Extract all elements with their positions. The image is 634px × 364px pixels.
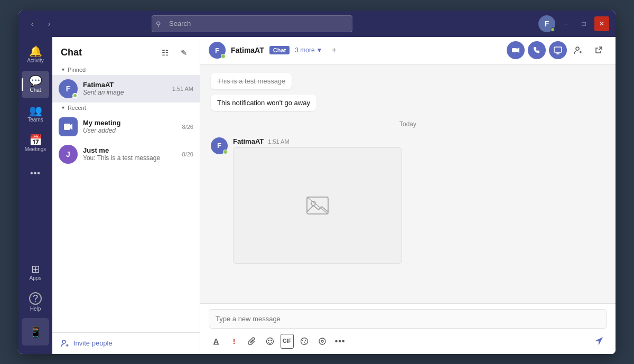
forward-button[interactable]: ›	[42, 16, 57, 31]
just-me-preview: You: This is a test message	[83, 154, 177, 162]
main-area: 🔔 Activity 💬 Chat 👥 Teams 📅 Meetings •••	[18, 37, 616, 354]
message-input[interactable]	[209, 309, 607, 329]
video-call-button[interactable]	[507, 41, 525, 59]
user-avatar-button[interactable]: F	[538, 15, 555, 32]
chat-item-fatimaat[interactable]: F FatimaAT Sent an image 1:51 AM	[52, 75, 200, 102]
send-button[interactable]	[590, 333, 607, 350]
active-indicator	[22, 78, 23, 91]
search-icon: ⚲	[156, 20, 161, 27]
loop-button[interactable]	[315, 334, 330, 349]
sidebar-item-apps[interactable]: ⊞ Apps	[22, 259, 49, 286]
more-tabs-label: 3 more	[295, 46, 314, 54]
meetings-icon: 📅	[29, 135, 42, 145]
share-screen-button[interactable]	[549, 41, 567, 59]
sidebar-item-more[interactable]: •••	[22, 160, 49, 187]
fatimaat-time: 1:51 AM	[172, 86, 193, 92]
sidebar-phone-item[interactable]: 📱	[22, 318, 49, 346]
sidebar-item-meetings[interactable]: 📅 Meetings	[22, 130, 49, 157]
chat-header-actions	[507, 41, 607, 59]
send-icon	[593, 336, 604, 347]
more-icon: •••	[30, 169, 41, 178]
sticker-button[interactable]	[297, 334, 312, 349]
sidebar-icons: 🔔 Activity 💬 Chat 👥 Teams 📅 Meetings •••	[18, 37, 52, 354]
attach-button[interactable]	[245, 334, 259, 349]
sidebar-item-help[interactable]: ? Help	[22, 288, 49, 316]
teams-icon: 👥	[29, 105, 42, 116]
fatimaat-avatar: F	[59, 79, 78, 98]
svg-line-13	[599, 47, 602, 50]
more-options-button[interactable]: •••	[333, 334, 348, 349]
nav-buttons: ‹ ›	[25, 16, 57, 31]
svg-point-2	[62, 340, 66, 343]
chat-item-just-me[interactable]: J Just me You: This is a test message 8/…	[52, 141, 200, 168]
filter-button[interactable]: ☷	[157, 45, 172, 60]
message-3-body: FatimaAT 1:51 AM	[233, 137, 605, 264]
avatar-initial: F	[545, 20, 549, 28]
avatar-status-dot	[551, 27, 555, 32]
add-tab-button[interactable]: +	[328, 44, 340, 57]
svg-rect-7	[554, 47, 562, 52]
sidebar-item-activity-label: Activity	[27, 58, 44, 63]
close-button[interactable]: ✕	[594, 16, 609, 31]
title-bar: ‹ › ⚲ F – □ ✕	[18, 11, 616, 37]
just-me-avatar: J	[59, 145, 78, 164]
maximize-button[interactable]: □	[576, 16, 591, 31]
emoji-button[interactable]	[263, 334, 277, 349]
search-input[interactable]	[152, 15, 352, 32]
app-window: ‹ › ⚲ F – □ ✕ 🔔 Activity 💬	[18, 11, 616, 354]
loop-icon	[318, 337, 327, 346]
broken-image-icon	[305, 193, 330, 218]
svg-point-18	[268, 340, 269, 341]
message-2-bubble: This notification won't go away	[211, 95, 316, 111]
svg-point-10	[576, 47, 579, 50]
chat-item-my-meeting[interactable]: My meeting User added 8/26	[52, 113, 200, 141]
fatimaat-online-dot	[72, 93, 78, 98]
minimize-button[interactable]: –	[558, 16, 573, 31]
my-meeting-name: My meeting	[83, 119, 177, 127]
urgent-button[interactable]: !	[227, 334, 241, 349]
apps-icon: ⊞	[31, 264, 40, 274]
sticker-icon	[300, 337, 309, 346]
format-text-button[interactable]: A	[209, 334, 223, 349]
chat-tab-badge[interactable]: Chat	[269, 46, 290, 54]
chat-header-online-dot	[221, 54, 226, 59]
chat-list-header: Chat ☷ ✎	[52, 37, 200, 64]
message-3-sender: FatimaAT	[233, 137, 264, 145]
back-button[interactable]: ‹	[25, 16, 40, 31]
chat-header-name: FatimaAT	[231, 46, 264, 54]
my-meeting-info: My meeting User added	[83, 119, 177, 134]
chat-list-panel: Chat ☷ ✎ ▼ Pinned F FatimaAT Sent an ima…	[52, 37, 200, 354]
invite-people-button[interactable]: Invite people	[52, 332, 200, 354]
recent-chevron-icon: ▼	[61, 105, 66, 110]
svg-point-22	[321, 340, 323, 342]
sidebar-item-chat[interactable]: 💬 Chat	[22, 71, 49, 98]
svg-marker-6	[517, 48, 519, 53]
chat-header: F FatimaAT Chat 3 more ▼ +	[200, 37, 616, 64]
svg-point-21	[319, 338, 325, 344]
sidebar-item-teams[interactable]: 👥 Teams	[22, 100, 49, 128]
sidebar-item-teams-label: Teams	[27, 117, 43, 123]
sidebar-item-apps-label: Apps	[30, 275, 42, 281]
more-tabs-button[interactable]: 3 more ▼	[295, 46, 322, 54]
svg-marker-1	[70, 124, 72, 130]
video-icon	[511, 46, 520, 54]
add-people-icon	[574, 45, 583, 55]
sidebar-item-meetings-label: Meetings	[25, 146, 46, 152]
just-me-info: Just me You: This is a test message	[83, 146, 177, 162]
gif-button[interactable]: GIF	[281, 334, 294, 349]
audio-call-button[interactable]	[528, 41, 546, 59]
pinned-chevron-icon: ▼	[61, 67, 66, 72]
compose-button[interactable]: ✎	[176, 45, 191, 60]
just-me-time: 8/20	[182, 151, 193, 157]
sidebar-bottom: ⊞ Apps ? Help 📱	[22, 259, 49, 350]
recent-label: Recent	[68, 105, 86, 111]
svg-point-19	[271, 340, 272, 341]
pinned-section-label: ▼ Pinned	[52, 64, 200, 75]
svg-rect-5	[512, 48, 517, 52]
pop-out-button[interactable]	[590, 42, 607, 59]
add-people-button[interactable]	[570, 42, 587, 59]
recent-section-label: ▼ Recent	[52, 102, 200, 113]
sidebar-item-activity[interactable]: 🔔 Activity	[22, 41, 49, 69]
search-bar: ⚲	[152, 15, 352, 32]
more-tabs-chevron-icon: ▼	[316, 46, 323, 54]
